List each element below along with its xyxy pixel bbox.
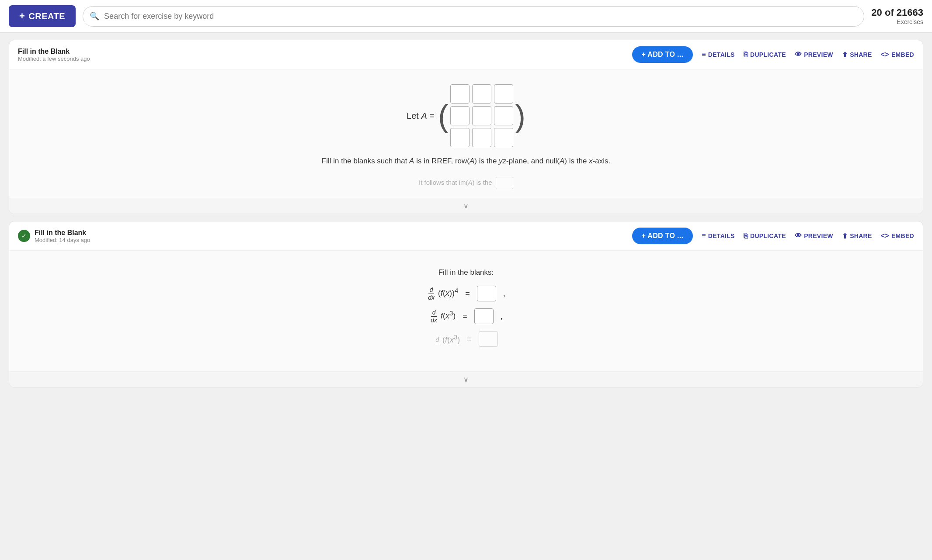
- exercise-card-2: ✓ Fill in the Blank Modified: 14 days ag…: [9, 221, 923, 387]
- frac-2: d dx: [429, 309, 438, 324]
- card-title-text-2: Fill in the Blank Modified: 14 days ago: [35, 229, 90, 243]
- eq3-input-partial: [479, 331, 498, 347]
- fill-blanks-title: Fill in the blanks:: [35, 268, 897, 277]
- right-paren: ): [515, 100, 525, 131]
- embed-label-1: EMBED: [891, 51, 914, 58]
- add-to-label-2: + ADD TO ...: [642, 232, 684, 240]
- card-title-area-2: ✓ Fill in the Blank Modified: 14 days ag…: [18, 229, 632, 243]
- embed-label-2: EMBED: [891, 232, 914, 239]
- share-icon-1: ⬆: [842, 51, 848, 59]
- search-wrapper: 🔍: [83, 6, 864, 27]
- duplicate-button-1[interactable]: ⎘ DUPLICATE: [744, 51, 786, 59]
- matrix-cell: [494, 128, 513, 147]
- card-content-1: Let A = ( ): [9, 69, 923, 198]
- preview-label-2: PREVIEW: [804, 232, 833, 239]
- eq1-equals: =: [465, 289, 470, 298]
- card-actions-1: + ADD TO ... ≡ DETAILS ⎘ DUPLICATE 👁 PRE…: [632, 46, 914, 63]
- frac-num-2: d: [431, 309, 437, 317]
- card-title-text-1: Fill in the Blank Modified: a few second…: [18, 48, 90, 62]
- frac-den-2: dx: [429, 317, 438, 324]
- share-icon-2: ⬆: [842, 232, 848, 240]
- card-modified-2: Modified: 14 days ago: [35, 237, 90, 243]
- left-paren: (: [438, 100, 449, 131]
- add-to-button-2[interactable]: + ADD TO ...: [632, 228, 693, 244]
- create-button[interactable]: + CREATE: [9, 5, 76, 27]
- calc-equation-3-partial: d (f(x3) =: [35, 331, 897, 347]
- matrix-cell: [450, 128, 469, 147]
- frac-3: d: [434, 336, 440, 344]
- duplicate-icon-2: ⎘: [744, 232, 748, 240]
- card-title-area-1: Fill in the Blank Modified: a few second…: [18, 48, 632, 62]
- math-content-1: Let A = ( ): [18, 78, 914, 170]
- eq3-equals-partial: =: [467, 335, 472, 344]
- preview-button-2[interactable]: 👁 PREVIEW: [795, 232, 833, 240]
- calc-content-2: Fill in the blanks: d dx (f(x))4 = ,: [18, 259, 914, 363]
- calc-equation-1: d dx (f(x))4 = ,: [35, 286, 897, 301]
- share-label-1: SHARE: [850, 51, 872, 58]
- eq1-left: d dx (f(x))4: [427, 286, 458, 301]
- matrix-display: Let A = ( ): [18, 83, 914, 149]
- details-button-1[interactable]: ≡ DETAILS: [702, 51, 735, 59]
- search-input[interactable]: [83, 6, 864, 27]
- exercise-count-label: Exercises: [871, 18, 923, 25]
- duplicate-button-2[interactable]: ⎘ DUPLICATE: [744, 232, 786, 240]
- preview-icon-2: 👁: [795, 232, 802, 240]
- eq1-input: [477, 286, 496, 301]
- exercises-container: Fill in the Blank Modified: a few second…: [0, 33, 932, 394]
- card-type-1: Fill in the Blank: [18, 48, 90, 55]
- details-button-2[interactable]: ≡ DETAILS: [702, 232, 735, 240]
- duplicate-label-1: DUPLICATE: [750, 51, 786, 58]
- exercise-card-1: Fill in the Blank Modified: a few second…: [9, 40, 923, 214]
- add-to-label-1: + ADD TO ...: [642, 51, 684, 59]
- preview-icon-1: 👁: [795, 51, 802, 59]
- matrix-cell: [472, 128, 491, 147]
- card-modified-1: Modified: a few seconds ago: [18, 55, 90, 62]
- add-to-button-1[interactable]: + ADD TO ...: [632, 46, 693, 63]
- create-label: CREATE: [28, 11, 65, 21]
- card-actions-2: + ADD TO ... ≡ DETAILS ⎘ DUPLICATE 👁 PRE…: [632, 228, 914, 244]
- share-button-2[interactable]: ⬆ SHARE: [842, 232, 872, 240]
- preview-button-1[interactable]: 👁 PREVIEW: [795, 51, 833, 59]
- app-header: + CREATE 🔍 20 of 21663 Exercises: [0, 0, 932, 33]
- collapse-bar-2[interactable]: ∨: [9, 371, 923, 387]
- share-button-1[interactable]: ⬆ SHARE: [842, 51, 872, 59]
- matrix-grid: [449, 83, 515, 149]
- card-content-2: Fill in the blanks: d dx (f(x))4 = ,: [9, 251, 923, 371]
- eq2-left: d dx f(x3): [429, 309, 456, 324]
- eq2-equals: =: [463, 312, 467, 321]
- verified-icon-2: ✓: [18, 230, 30, 242]
- frac-den-1: dx: [427, 294, 436, 301]
- matrix-cell: [450, 84, 469, 104]
- exercise-count-display: 20 of 21663 Exercises: [871, 7, 923, 25]
- eq1-comma: ,: [503, 289, 505, 298]
- details-label-1: DETAILS: [708, 51, 735, 58]
- eq2-comma: ,: [501, 312, 503, 321]
- details-label-2: DETAILS: [708, 232, 735, 239]
- matrix-cell: [472, 84, 491, 104]
- details-icon-1: ≡: [702, 51, 706, 59]
- matrix-cell: [450, 106, 469, 125]
- equation-text-1: Fill in the blanks such that A is in RRE…: [18, 157, 914, 166]
- chevron-down-icon-1: ∨: [463, 202, 469, 210]
- embed-button-2[interactable]: <> EMBED: [881, 232, 914, 240]
- details-icon-2: ≡: [702, 232, 706, 240]
- card-header-2: ✓ Fill in the Blank Modified: 14 days ag…: [9, 221, 923, 251]
- embed-icon-1: <>: [881, 51, 889, 59]
- calc-equation-2: d dx f(x3) = ,: [35, 308, 897, 324]
- collapse-bar-1[interactable]: ∨: [9, 198, 923, 214]
- frac-num-1: d: [428, 286, 435, 294]
- chevron-down-icon-2: ∨: [463, 375, 469, 384]
- eq2-input: [474, 308, 494, 324]
- frac-1: d dx: [427, 286, 436, 301]
- preview-label-1: PREVIEW: [804, 51, 833, 58]
- embed-button-1[interactable]: <> EMBED: [881, 51, 914, 59]
- frac-num-3: d: [434, 336, 440, 344]
- eq3-left-partial: d (f(x3): [434, 333, 460, 345]
- embed-icon-2: <>: [881, 232, 889, 240]
- let-a-label: Let A =: [407, 111, 435, 121]
- duplicate-label-2: DUPLICATE: [750, 232, 786, 239]
- matrix-cell: [494, 84, 513, 104]
- card-header-1: Fill in the Blank Modified: a few second…: [9, 40, 923, 69]
- plus-icon: +: [19, 10, 25, 22]
- duplicate-icon-1: ⎘: [744, 51, 748, 59]
